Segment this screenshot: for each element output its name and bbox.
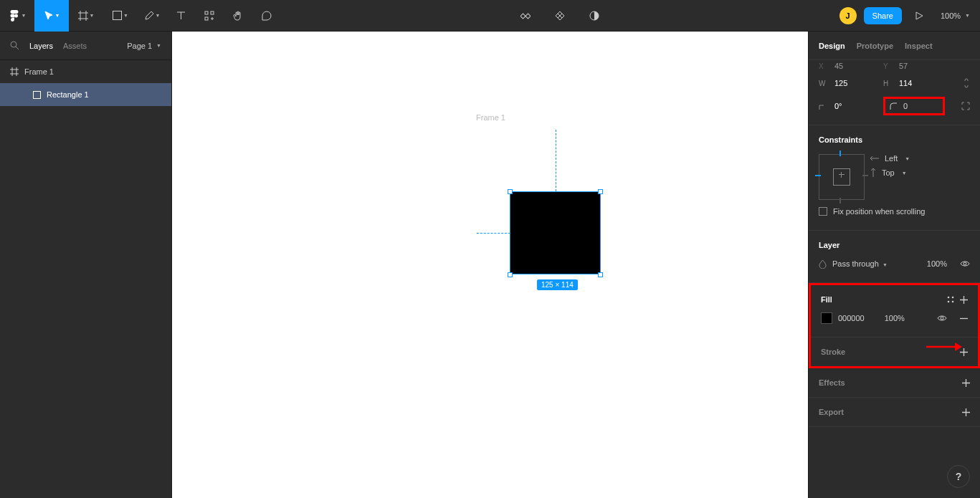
- share-button[interactable]: Share: [864, 7, 902, 24]
- svg-point-11: [952, 296, 954, 298]
- selection-handle-se[interactable]: [598, 272, 603, 277]
- main-menu-button[interactable]: ▼: [0, 0, 34, 32]
- tab-design[interactable]: Design: [819, 42, 845, 50]
- layer-row-frame[interactable]: Frame 1: [0, 60, 171, 83]
- chevron-down-icon: ▼: [156, 43, 161, 48]
- move-tool-button[interactable]: ▼: [34, 0, 69, 32]
- fill-visibility-icon[interactable]: [937, 315, 947, 322]
- tab-inspect[interactable]: Inspect: [905, 42, 933, 50]
- user-avatar[interactable]: J: [839, 7, 857, 24]
- canvas[interactable]: Frame 1 125 × 114: [172, 32, 808, 498]
- section-transform: X 45 Y 57 W 125 H 114 0°: [809, 60, 980, 125]
- fill-hex[interactable]: 000000: [838, 314, 865, 322]
- search-icon[interactable]: [10, 41, 19, 50]
- annotation-arrow-icon: [926, 342, 962, 352]
- fix-position-label: Fix position when scrolling: [833, 207, 925, 216]
- left-panel: Layers Assets Page 1 ▼ Frame 1 Rectangle…: [0, 32, 172, 498]
- link-wh-icon[interactable]: [963, 78, 970, 88]
- svg-rect-2: [211, 11, 214, 14]
- row-xy: X 45 Y 57: [819, 60, 970, 72]
- component-icon: [520, 11, 531, 21]
- constraints-widget[interactable]: [819, 154, 865, 200]
- layer-opacity[interactable]: 100%: [927, 259, 947, 268]
- row-rotation-radius: 0° 0: [819, 95, 970, 118]
- tab-layers[interactable]: Layers: [29, 42, 53, 50]
- section-fill: Fill 000000 100%: [811, 285, 978, 337]
- svg-rect-1: [205, 11, 208, 14]
- text-tool-button[interactable]: [166, 0, 195, 32]
- comment-tool-button[interactable]: [252, 0, 281, 32]
- present-button[interactable]: [909, 0, 929, 32]
- page-selector[interactable]: Page 1 ▼: [127, 42, 161, 50]
- resources-icon: [204, 11, 214, 21]
- corner-radius-highlight: 0: [883, 97, 945, 115]
- input-y[interactable]: 57: [899, 62, 942, 70]
- selection-handle-ne[interactable]: [598, 189, 603, 194]
- svg-rect-5: [525, 13, 531, 18]
- constraint-vertical[interactable]: Top ▼: [870, 168, 970, 177]
- svg-rect-3: [205, 17, 208, 20]
- zoom-value: 100%: [941, 11, 961, 20]
- section-effects: Effects: [809, 368, 980, 398]
- fill-heading: Fill: [821, 295, 832, 304]
- blend-mode-select[interactable]: Pass through ▼: [832, 259, 921, 268]
- stroke-heading: Stroke: [821, 348, 845, 356]
- mask-tool-button[interactable]: [546, 0, 574, 32]
- hand-icon: [233, 11, 243, 21]
- svg-point-12: [948, 300, 950, 302]
- input-h[interactable]: 114: [899, 79, 942, 87]
- layer-label: Frame 1: [24, 67, 54, 76]
- add-export-icon[interactable]: [962, 408, 970, 416]
- label-x: X: [819, 62, 829, 70]
- fill-styles-icon[interactable]: [947, 296, 954, 304]
- frame-tool-button[interactable]: ▼: [69, 0, 103, 32]
- tab-prototype[interactable]: Prototype: [857, 42, 893, 50]
- shape-tool-button[interactable]: ▼: [103, 0, 138, 32]
- component-tool-button[interactable]: [511, 0, 540, 32]
- visibility-icon[interactable]: [960, 260, 970, 267]
- fill-entry-row: 000000 100%: [821, 307, 968, 330]
- layer-blend-row: Pass through ▼ 100%: [819, 252, 970, 275]
- layer-row-rectangle[interactable]: Rectangle 1: [0, 83, 171, 106]
- fill-color-swatch[interactable]: [821, 312, 832, 324]
- tab-assets[interactable]: Assets: [63, 42, 87, 50]
- section-constraints: Constraints Left ▼: [809, 125, 980, 231]
- constraints-selects: Left ▼ Top ▼: [870, 154, 970, 177]
- add-effect-icon[interactable]: [962, 379, 970, 387]
- independent-corners-icon[interactable]: [961, 102, 970, 110]
- frame-label[interactable]: Frame 1: [476, 113, 505, 122]
- resources-button[interactable]: [195, 0, 224, 32]
- zoom-control[interactable]: 100% ▼: [936, 11, 974, 20]
- pen-tool-button[interactable]: ▼: [138, 0, 166, 32]
- add-fill-icon[interactable]: [960, 296, 968, 304]
- selection-handle-nw[interactable]: [508, 189, 513, 194]
- help-button[interactable]: ?: [947, 465, 970, 488]
- frame-icon: [10, 67, 19, 76]
- chevron-down-icon: ▼: [22, 13, 27, 18]
- label-h: H: [883, 80, 893, 87]
- boolean-tool-button[interactable]: [580, 0, 609, 32]
- remove-fill-icon[interactable]: [960, 315, 968, 322]
- chevron-down-icon: ▼: [90, 13, 95, 18]
- hand-tool-button[interactable]: [224, 0, 252, 32]
- top-toolbar: ▼ ▼ ▼ ▼ ▼: [0, 0, 980, 32]
- fix-position-row[interactable]: Fix position when scrolling: [819, 200, 970, 223]
- input-corner-radius[interactable]: 0: [903, 102, 908, 110]
- svg-rect-8: [34, 91, 41, 98]
- input-w[interactable]: 125: [834, 79, 877, 87]
- diamond-icon: [555, 11, 565, 21]
- input-rotation[interactable]: 0°: [834, 102, 877, 110]
- fix-position-checkbox[interactable]: [819, 207, 827, 216]
- corner-radius-icon: [890, 102, 898, 110]
- alignment-guide-vertical: [556, 130, 556, 191]
- constraint-horizontal[interactable]: Left ▼: [870, 154, 970, 163]
- constraint-horizontal-value: Left: [885, 154, 898, 163]
- half-circle-icon: [589, 11, 599, 21]
- rectangle-icon: [113, 11, 122, 20]
- svg-point-7: [11, 42, 16, 47]
- fill-opacity[interactable]: 100%: [885, 314, 905, 322]
- main-area: Layers Assets Page 1 ▼ Frame 1 Rectangle…: [0, 32, 980, 498]
- constraint-vertical-value: Top: [882, 168, 895, 177]
- selection-handle-sw[interactable]: [508, 272, 513, 277]
- input-x[interactable]: 45: [834, 62, 877, 70]
